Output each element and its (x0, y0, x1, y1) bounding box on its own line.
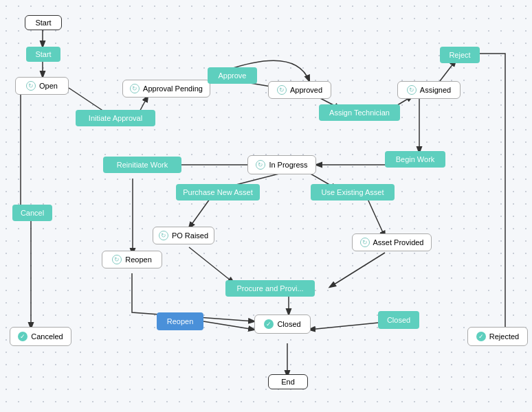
initiate-approval-action[interactable]: Initiate Approval (76, 110, 155, 126)
start-label: Start (25, 15, 62, 30)
svg-line-7 (440, 60, 456, 81)
reject-action[interactable]: Reject (440, 47, 480, 63)
reopen-action[interactable]: Reopen (157, 312, 203, 330)
assigned-state[interactable]: ↻ Assigned (397, 81, 461, 99)
approval-pending-icon: ↻ (130, 84, 140, 93)
po-raised-icon: ↻ (159, 231, 168, 240)
reinitiate-work-action[interactable]: Reinitiate Work (103, 157, 181, 173)
closed-teal-action[interactable]: Closed (378, 311, 419, 329)
svg-line-19 (203, 321, 254, 330)
closed-check-icon: ✓ (264, 319, 274, 329)
reopen-state[interactable]: ↻ Reopen (102, 251, 162, 268)
canceled-terminal: ✓ Canceled (10, 327, 71, 346)
svg-line-14 (330, 253, 385, 287)
in-progress-icon: ↻ (256, 160, 265, 170)
open-state[interactable]: ↻ Open (15, 77, 69, 95)
flow-canvas: Start Start ↻ Open Initiate Approval ↻ A… (0, 0, 532, 412)
purchase-new-asset-action[interactable]: Purchase New Asset (176, 184, 260, 201)
use-existing-asset-action[interactable]: Use Existing Asset (311, 184, 395, 201)
open-icon: ↻ (26, 81, 36, 91)
asset-provided-state[interactable]: ↻ Asset Provided (352, 233, 432, 251)
in-progress-state[interactable]: ↻ In Progress (247, 155, 316, 174)
procure-and-provi-action[interactable]: Procure and Provi... (225, 280, 315, 297)
svg-line-12 (368, 199, 385, 237)
assign-technician-action[interactable]: Assign Technician (319, 104, 400, 121)
reopen-state-icon: ↻ (112, 255, 122, 264)
start-button[interactable]: Start (26, 47, 60, 62)
svg-line-13 (189, 247, 234, 283)
approval-pending-state[interactable]: ↻ Approval Pending (122, 80, 210, 98)
approved-state[interactable]: ↻ Approved (268, 81, 331, 99)
closed-terminal: ✓ Closed (254, 314, 311, 334)
svg-line-10 (189, 199, 210, 228)
rejected-check-icon: ✓ (476, 332, 486, 341)
rejected-terminal: ✓ Rejected (467, 327, 528, 346)
canceled-check-icon: ✓ (18, 332, 27, 341)
asset-provided-icon: ↻ (360, 238, 370, 247)
begin-work-action[interactable]: Begin Work (385, 151, 445, 168)
cancel-action[interactable]: Cancel (12, 205, 52, 221)
approve-action[interactable]: Approve (208, 67, 257, 84)
end-node: End (268, 374, 308, 389)
po-raised-state[interactable]: ↻ PO Raised (153, 227, 214, 244)
assigned-icon: ↻ (407, 85, 417, 95)
approved-icon: ↻ (277, 85, 287, 95)
